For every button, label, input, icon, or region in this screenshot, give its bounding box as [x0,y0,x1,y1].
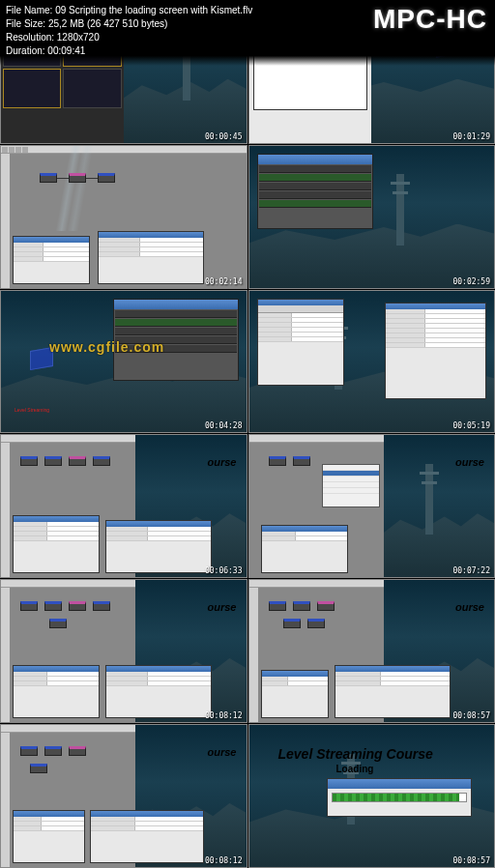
thumb-4: 00:02:59 [248,145,496,289]
timecode: 00:06:33 [205,566,243,575]
timecode: 00:08:57 [452,711,490,720]
filesize-value: 25,2 MB (26 427 510 bytes) [48,18,167,29]
course-title: Level Streaming Course [278,746,433,762]
course-label: ourse [455,601,484,613]
thumb-6: 00:05:19 [248,290,496,434]
timecode: 00:08:12 [205,711,243,720]
thumb-12: Level Streaming Course Loading 00:08:57 [248,724,496,868]
duration-label: Duration: [6,45,45,56]
filesize-label: File Size: [6,18,45,29]
thumb-5: Level Streaming www.cgfile.com 00:04:28 [0,290,248,434]
watermark: www.cgfile.com [49,339,164,355]
thumb-9: ourse 00:08:12 [0,579,248,723]
course-label: ourse [208,601,237,613]
course-label: ourse [455,456,484,468]
resolution-label: Resolution: [6,32,54,43]
thumb-3: 00:02:14 [0,145,248,289]
info-header: File Name: 09 Scripting the loading scre… [0,0,495,66]
loading-label: Loading [336,764,374,774]
thumb-8: ourse 00:07:22 [248,434,496,578]
timecode: 00:07:22 [452,566,490,575]
timecode: 00:05:19 [452,421,490,430]
timecode: 00:08:57 [452,856,490,865]
course-label: ourse [208,456,237,468]
course-label: ourse [208,746,237,758]
resolution-value: 1280x720 [57,32,100,43]
thumb-10: ourse 00:08:57 [248,579,496,723]
timecode: 00:02:14 [205,277,243,286]
progress-bar [332,793,467,802]
thumb-7: ourse 00:06:33 [0,434,248,578]
progress-dialog [327,778,472,817]
thumb-11: ourse 00:08:12 [0,724,248,868]
app-brand: MPC-HC [365,0,495,66]
filename-value: 09 Scripting the loading screen with Kis… [55,5,252,15]
timecode: 00:02:59 [452,277,490,286]
filename-label: File Name: [6,5,52,15]
timecode: 00:00:45 [205,132,243,141]
timecode: 00:08:12 [205,856,243,865]
file-info-block: File Name: 09 Scripting the loading scre… [0,0,258,66]
timecode: 00:01:29 [452,132,490,141]
timecode: 00:04:28 [205,421,243,430]
duration-value: 00:09:41 [47,45,85,56]
debug-text: Level Streaming [15,407,49,413]
thumbnail-grid: 00:00:45 00:01:29 [0,0,495,868]
